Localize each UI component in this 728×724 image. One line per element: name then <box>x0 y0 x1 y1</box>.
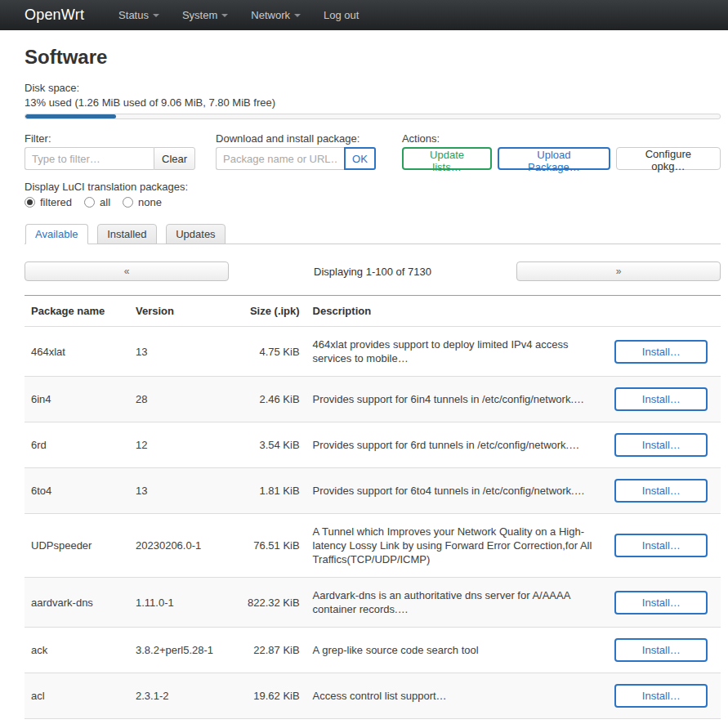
table-row: 6to4 13 1.81 KiB Provides support for 6t… <box>25 468 721 514</box>
package-size: 1.81 KiB <box>241 468 306 514</box>
ok-button[interactable]: OK <box>344 147 376 170</box>
package-size: 4.75 KiB <box>241 327 306 377</box>
package-table: Package name Version Size (.ipk) Descrip… <box>25 295 721 724</box>
update-lists-button[interactable]: Update lists… <box>402 147 492 170</box>
radio-option-none[interactable]: none <box>123 196 162 208</box>
nav-item-status[interactable]: Status <box>110 0 167 30</box>
package-name: 6in4 <box>25 377 129 422</box>
package-version: 13 <box>129 327 241 377</box>
table-row: 6in4 28 2.46 KiB Provides support for 6i… <box>25 377 721 422</box>
table-row: ack 3.8.2+perl5.28-1 22.87 KiB A grep-li… <box>25 628 721 673</box>
main-content: Software Disk space: 13% used (1.26 MiB … <box>0 46 728 724</box>
radio-label: filtered <box>40 196 72 208</box>
package-name: acl <box>25 673 129 719</box>
next-page-button[interactable]: » <box>516 261 721 281</box>
install-button[interactable]: Install… <box>614 638 708 662</box>
package-size: 19.62 KiB <box>241 673 306 719</box>
disk-progress-bar <box>25 114 721 119</box>
package-description: A Tunnel which Improves your Network Qua… <box>306 514 602 578</box>
package-description: Shorthand package for acme-acmesh. <box>306 719 602 724</box>
configure-opkg-button[interactable]: Configure opkg… <box>616 147 721 170</box>
upload-package-button[interactable]: Upload Package… <box>498 147 610 170</box>
chevron-down-icon <box>153 14 159 17</box>
package-url-input[interactable] <box>216 147 344 170</box>
disk-space-label: Disk space: <box>25 82 721 94</box>
package-description: Access control list support… <box>306 673 602 719</box>
package-version: 13 <box>129 468 241 514</box>
install-button[interactable]: Install… <box>614 387 708 411</box>
install-button[interactable]: Install… <box>614 479 708 503</box>
package-size: 22.87 KiB <box>241 628 306 673</box>
package-size: 2.46 KiB <box>241 377 306 422</box>
radio-option-filtered[interactable]: filtered <box>25 196 72 208</box>
table-header-row: Package name Version Size (.ipk) Descrip… <box>25 296 721 327</box>
package-version: 1.11.0-1 <box>129 578 241 628</box>
download-group: Download and install package: OK <box>216 132 376 170</box>
download-label: Download and install package: <box>216 132 376 145</box>
col-header-version: Version <box>129 296 241 327</box>
package-name: acme <box>25 719 129 724</box>
radio-button-icon[interactable] <box>84 197 95 208</box>
filter-input[interactable] <box>25 147 154 170</box>
tab-updates[interactable]: Updates <box>166 224 225 244</box>
prev-page-button[interactable]: « <box>25 261 229 281</box>
package-description: Aardvark-dns is an authoritative dns ser… <box>306 578 602 628</box>
package-version: 3.8.2+perl5.28-1 <box>129 628 241 673</box>
package-version: 28 <box>129 377 241 422</box>
chevron-down-icon <box>294 14 301 17</box>
table-row: acme 4.0.0 837 B Shorthand package for a… <box>25 719 721 724</box>
translation-section: Display LuCI translation packages: filte… <box>25 181 721 208</box>
package-name: 464xlat <box>25 327 129 377</box>
tab-available[interactable]: Available <box>25 224 88 244</box>
install-button[interactable]: Install… <box>614 433 708 457</box>
package-description: Provides support for 6in4 tunnels in /et… <box>306 377 602 422</box>
radio-button-icon[interactable] <box>25 197 35 208</box>
nav-item-label: Network <box>251 9 290 21</box>
package-description: Provides support for 6to4 tunnels in /et… <box>306 468 602 514</box>
install-button[interactable]: Install… <box>614 534 708 557</box>
install-button[interactable]: Install… <box>614 591 708 615</box>
package-size: 3.54 KiB <box>241 422 306 468</box>
package-size: 76.51 KiB <box>241 514 306 578</box>
radio-label: none <box>138 196 162 208</box>
disk-usage-text: 13% used (1.26 MiB used of 9.06 MiB, 7.8… <box>25 96 721 109</box>
table-row: 6rd 12 3.54 KiB Provides support for 6rd… <box>25 422 721 468</box>
filter-label: Filter: <box>25 132 195 145</box>
clear-button[interactable]: Clear <box>154 147 195 170</box>
radio-option-all[interactable]: all <box>84 196 110 208</box>
package-name: ack <box>25 628 129 673</box>
package-version: 20230206.0-1 <box>129 514 241 578</box>
filter-group: Filter: Clear <box>25 132 195 170</box>
radio-button-icon[interactable] <box>123 197 133 208</box>
col-header-actions <box>602 296 721 327</box>
table-row: 464xlat 13 4.75 KiB 464xlat provides sup… <box>25 327 721 377</box>
page-title: Software <box>25 46 721 69</box>
nav-item-label: System <box>182 9 217 21</box>
tab-installed[interactable]: Installed <box>97 224 156 244</box>
install-button[interactable]: Install… <box>614 340 708 364</box>
nav-item-logout[interactable]: Log out <box>315 0 367 30</box>
nav-item-network[interactable]: Network <box>243 0 309 30</box>
table-row: acl 2.3.1-2 19.62 KiB Access control lis… <box>25 673 721 719</box>
col-header-size: Size (.ipk) <box>241 296 306 327</box>
package-version: 12 <box>129 422 241 468</box>
actions-group: Actions: Update lists… Upload Package… C… <box>402 132 721 170</box>
package-name: aardvark-dns <box>25 578 129 628</box>
package-description: Provides support for 6rd tunnels in /etc… <box>306 422 602 468</box>
nav-item-label: Status <box>118 9 149 21</box>
table-row: aardvark-dns 1.11.0-1 822.32 KiB Aardvar… <box>25 578 721 628</box>
package-version: 4.0.0 <box>129 719 241 724</box>
package-name: 6rd <box>25 422 129 468</box>
package-description: A grep-like source code search tool <box>306 628 602 673</box>
install-button[interactable]: Install… <box>614 684 708 708</box>
package-name: UDPspeeder <box>25 514 129 578</box>
package-size: 837 B <box>241 719 306 724</box>
pagination-status: Displaying 1-100 of 7130 <box>314 266 431 278</box>
nav-item-label: Log out <box>324 9 359 21</box>
disk-progress-fill <box>25 114 116 118</box>
chevron-down-icon <box>221 14 228 17</box>
nav-item-system[interactable]: System <box>174 0 236 30</box>
brand-logo[interactable]: OpenWrt <box>25 7 84 24</box>
table-row: UDPspeeder 20230206.0-1 76.51 KiB A Tunn… <box>25 514 721 578</box>
package-version: 2.3.1-2 <box>129 673 241 719</box>
